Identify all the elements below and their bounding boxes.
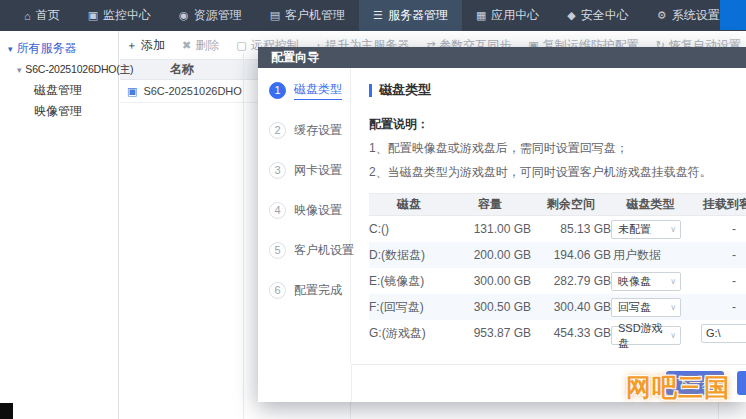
tree-label: 映像管理: [34, 103, 82, 120]
nav-item-应用中心[interactable]: ▦应用中心: [462, 0, 553, 31]
disk-type-cell: SSD游戏盘∨: [611, 320, 690, 346]
caret-down-icon: ▾: [8, 44, 13, 54]
nav-item-监控中心[interactable]: ▣监控中心: [74, 0, 165, 31]
disk-name-cell: G:(游戏盘): [369, 320, 449, 346]
step-number: 6: [269, 282, 286, 299]
disk-row: F:(回写盘)300.50 GB300.40 GB回写盘∨-: [369, 294, 746, 320]
corner-accent: [720, 0, 746, 30]
nav-label: 系统设置: [672, 7, 720, 24]
mount-cell: -: [690, 242, 746, 268]
toolbar-button-删除[interactable]: ✖删除: [182, 37, 219, 54]
capacity-cell: 300.50 GB: [449, 294, 531, 320]
sidebar-item-image-management[interactable]: 映像管理: [0, 101, 118, 122]
select-value: 映像盘: [618, 274, 651, 289]
nav-item-客户机管理[interactable]: ▤客户机管理: [256, 0, 359, 31]
section-title: 磁盘类型: [369, 81, 746, 99]
step-label: 客户机设置: [294, 242, 354, 259]
toolbar-label: 删除: [195, 37, 219, 54]
wizard-step-网卡设置[interactable]: 3网卡设置: [258, 161, 350, 179]
top-nav: ⌂首页▣监控中心◉资源管理▤客户机管理☰服务器管理▦应用中心◆安全中心⚙系统设置: [0, 0, 746, 31]
disk-name-cell: F:(回写盘): [369, 294, 449, 320]
shield-icon: ◆: [567, 9, 575, 22]
toolbar-button-添加[interactable]: ＋添加: [126, 37, 165, 54]
wizard-step-客户机设置[interactable]: 5客户机设置: [258, 241, 350, 259]
nav-label: 应用中心: [491, 7, 539, 24]
next-step-button[interactable]: 下一步: [666, 371, 724, 395]
sidebar-item-all-servers[interactable]: ▾ 所有服务器: [0, 38, 118, 59]
screen-corner-artifact: [0, 403, 13, 419]
notes-title: 配置说明：: [369, 116, 746, 133]
nav-item-服务器管理[interactable]: ☰服务器管理: [359, 0, 462, 31]
step-label: 映像设置: [294, 202, 342, 219]
step-label: 磁盘类型: [294, 81, 342, 100]
disk-table: 磁盘容量剩余空间磁盘类型挂载到客户机盘符C:()131.00 GB85.13 G…: [369, 193, 746, 346]
nav-label: 首页: [36, 7, 60, 24]
column-header: 磁盘类型: [611, 194, 690, 216]
column-header-name: 名称: [120, 61, 244, 78]
wizard-step-磁盘类型[interactable]: 1磁盘类型: [258, 81, 350, 99]
select-value: 未配置: [618, 222, 651, 237]
disk-type-select[interactable]: 映像盘∨: [611, 272, 681, 291]
disk-type-cell: 回写盘∨: [611, 294, 690, 320]
secondary-cut-button[interactable]: [737, 371, 746, 395]
disk-type-select[interactable]: 未配置∨: [611, 220, 681, 239]
nav-item-资源管理[interactable]: ◉资源管理: [165, 0, 256, 31]
nav-label: 安全中心: [581, 7, 629, 24]
step-number: 2: [269, 122, 286, 139]
disk-type-select[interactable]: 回写盘∨: [611, 298, 681, 317]
tree-label: 磁盘管理: [34, 82, 82, 99]
sidebar-item-disk-management[interactable]: 磁盘管理: [0, 80, 118, 101]
plus-icon: ＋: [126, 38, 137, 53]
nav-item-首页[interactable]: ⌂首页: [10, 0, 74, 31]
free-space-cell: 454.33 GB: [531, 320, 611, 346]
config-wizard-dialog: 配置向导 1磁盘类型2缓存设置3网卡设置4映像设置5客户机设置6配置完成 磁盘类…: [258, 47, 746, 402]
wizard-steps: 1磁盘类型2缓存设置3网卡设置4映像设置5客户机设置6配置完成: [258, 68, 351, 364]
step-number: 3: [269, 162, 286, 179]
note-line: 2、当磁盘类型为游戏盘时，可同时设置客户机游戏盘挂载盘符。: [369, 164, 746, 181]
column-header: 挂载到客户机盘符: [690, 194, 746, 216]
free-space-cell: 194.06 GB: [531, 242, 611, 268]
free-space-cell: 300.40 GB: [531, 294, 611, 320]
mount-cell: [690, 320, 746, 346]
nav-label: 服务器管理: [388, 7, 448, 24]
grid-line: [243, 53, 244, 419]
select-value: SSD游戏盘: [618, 321, 670, 351]
dialog-footer: 下一步: [351, 364, 746, 402]
capacity-cell: 200.00 GB: [449, 242, 531, 268]
sidebar: ▾ 所有服务器 ▾ S6C-20251026DHO(主) 磁盘管理 映像管理: [0, 31, 119, 419]
home-icon: ⌂: [24, 10, 31, 22]
disk-row: G:(游戏盘)953.87 GB454.33 GBSSD游戏盘∨: [369, 320, 746, 346]
capacity-cell: 300.00 GB: [449, 268, 531, 294]
mount-cell: -: [690, 268, 746, 294]
mount-letter-input[interactable]: [701, 324, 746, 343]
capacity-cell: 131.00 GB: [449, 216, 531, 243]
column-header: 剩余空间: [531, 194, 611, 216]
wizard-step-映像设置[interactable]: 4映像设置: [258, 201, 350, 219]
trash-icon: ✖: [182, 39, 191, 52]
server-name: S6C-20251026DHO: [143, 85, 241, 97]
disk-type-select[interactable]: SSD游戏盘∨: [611, 326, 681, 345]
disk-name-cell: C:(): [369, 216, 449, 243]
caret-down-icon: ▾: [17, 65, 21, 75]
step-label: 配置完成: [294, 282, 342, 299]
sidebar-item-server[interactable]: ▾ S6C-20251026DHO(主): [0, 59, 118, 80]
chevron-down-icon: ∨: [670, 277, 676, 286]
disk-type-text: 用户数据: [611, 248, 661, 262]
wizard-content: 磁盘类型 配置说明： 1、配置映像盘或游戏盘后，需同时设置回写盘； 2、当磁盘类…: [351, 68, 746, 364]
capacity-cell: 953.87 GB: [449, 320, 531, 346]
disk-row: E:(镜像盘)300.00 GB282.79 GB映像盘∨-: [369, 268, 746, 294]
column-header: 磁盘: [369, 194, 449, 216]
column-header: 容量: [449, 194, 531, 216]
disk-name-cell: D:(数据盘): [369, 242, 449, 268]
wizard-step-配置完成[interactable]: 6配置完成: [258, 281, 350, 299]
step-label: 网卡设置: [294, 162, 342, 179]
step-number: 4: [269, 202, 286, 219]
nav-label: 客户机管理: [285, 7, 345, 24]
wizard-step-缓存设置[interactable]: 2缓存设置: [258, 121, 350, 139]
disk-type-cell: 未配置∨: [611, 216, 690, 243]
resource-icon: ◉: [179, 9, 189, 22]
gear-icon: ⚙: [657, 9, 667, 22]
server-icon: ☰: [373, 9, 383, 22]
nav-item-安全中心[interactable]: ◆安全中心: [553, 0, 642, 31]
nav-label: 监控中心: [103, 7, 151, 24]
